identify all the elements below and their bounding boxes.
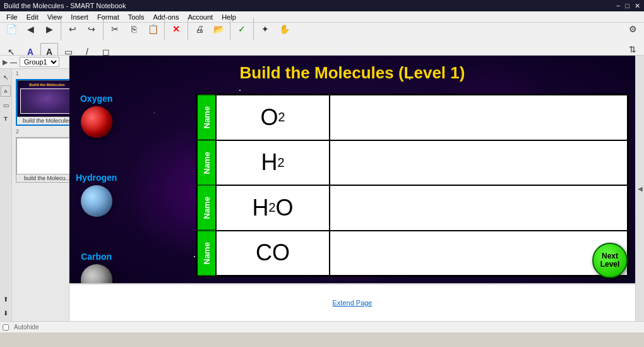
tool-shapes[interactable]: ▭ bbox=[0, 99, 11, 111]
toolbar-hand[interactable]: ✋ bbox=[275, 20, 293, 38]
group-dropdown[interactable]: Group1 bbox=[20, 57, 59, 67]
slide-content: Build the Molecules (Level 1) Oxygen Hyd… bbox=[69, 56, 635, 283]
title-bar: Build the Molecules - SMART Notebook − □… bbox=[0, 0, 644, 11]
below-canvas: Extend Page bbox=[69, 283, 635, 321]
sidebar-header: ▶ — Group1 bbox=[0, 56, 69, 69]
answer-cell-4[interactable] bbox=[330, 231, 628, 276]
autohide-checkbox[interactable] bbox=[3, 324, 9, 331]
toolbar-delete[interactable]: ✕ bbox=[167, 20, 185, 38]
slide-title: Build the Molecules (Level 1) bbox=[69, 63, 635, 83]
formula-cell-h2o: H2O bbox=[216, 185, 330, 231]
tool-text[interactable]: T bbox=[0, 113, 11, 125]
minus-icon[interactable]: — bbox=[10, 58, 17, 66]
formula-cell-h2: H2 bbox=[216, 140, 330, 186]
answer-cell-2[interactable] bbox=[330, 140, 628, 186]
element-panel: Oxygen Hydrogen Carbon bbox=[76, 94, 117, 283]
window-controls: − □ ✕ bbox=[616, 2, 640, 10]
element-carbon: Carbon bbox=[76, 252, 117, 283]
carbon-label: Carbon bbox=[76, 252, 117, 262]
canvas-area: Build the Molecules (Level 1) Oxygen Hyd… bbox=[69, 56, 635, 321]
toolbar-print[interactable]: 🖨 bbox=[191, 20, 208, 38]
close-button[interactable]: ✕ bbox=[635, 2, 640, 10]
toolbar-back[interactable]: ◀ bbox=[21, 20, 39, 38]
carbon-sphere[interactable] bbox=[81, 264, 112, 283]
table-grid: Name O2 Name H2 Name H2O Name CO bbox=[196, 94, 629, 277]
extend-page-link[interactable]: Extend Page bbox=[333, 299, 373, 307]
molecule-table: Name O2 Name H2 Name H2O Name CO bbox=[196, 94, 629, 277]
left-tools: ↖ A ▭ T ⬆ ⬇ bbox=[0, 69, 12, 321]
next-level-label: Next Level bbox=[593, 252, 626, 269]
name-cell-4: Name bbox=[197, 231, 216, 276]
formula-cell-co: CO bbox=[216, 231, 330, 276]
tool-arrow-up[interactable]: ⬆ bbox=[0, 293, 11, 305]
toolbar-paste[interactable]: 📋 bbox=[144, 20, 162, 38]
element-hydrogen: Hydrogen bbox=[76, 173, 117, 217]
main-layout: ▶ — Group1 ↖ A ▭ T ⬆ ⬇ 1 bbox=[0, 56, 644, 321]
toolbar-magic[interactable]: ✦ bbox=[256, 20, 274, 38]
next-level-button[interactable]: Next Level bbox=[592, 243, 628, 278]
maximize-button[interactable]: □ bbox=[625, 2, 629, 10]
toolbar: 📄 ◀ ▶ ↩ ↪ ✂ ⎘ 📋 ✕ 🖨 📂 ✓ ✦ ✋ ↖ A A ▭ bbox=[0, 23, 644, 56]
toolbar-copy[interactable]: ⎘ bbox=[125, 20, 143, 38]
hydrogen-label: Hydrogen bbox=[76, 173, 117, 183]
minimize-button[interactable]: − bbox=[616, 2, 620, 10]
toolbar-forward[interactable]: ▶ bbox=[40, 20, 58, 38]
toolbar-new[interactable]: 📄 bbox=[3, 20, 20, 38]
toolbar-cut[interactable]: ✂ bbox=[106, 20, 124, 38]
toolbar-check[interactable]: ✓ bbox=[233, 20, 251, 38]
right-expand-icon: ◀ bbox=[638, 185, 643, 192]
toolbar-undo[interactable]: ↩ bbox=[64, 20, 81, 38]
element-oxygen: Oxygen bbox=[76, 94, 117, 138]
thumb-canvas-2 bbox=[16, 138, 76, 174]
name-cell-3: Name bbox=[197, 185, 216, 231]
right-expand-panel[interactable]: ◀ bbox=[635, 56, 644, 321]
autohide-label: Autohide bbox=[14, 324, 39, 331]
slide-canvas: Build the Molecules (Level 1) Oxygen Hyd… bbox=[69, 56, 635, 283]
name-cell-1: Name bbox=[197, 95, 216, 140]
app-title: Build the Molecules - SMART Notebook bbox=[4, 2, 126, 9]
oxygen-label: Oxygen bbox=[76, 94, 117, 104]
settings-icon[interactable]: ⚙ bbox=[624, 20, 641, 38]
toolbar-settings: ⚙ ⇅ bbox=[624, 20, 641, 58]
bottom-bar: Autohide bbox=[0, 321, 644, 332]
thumb-canvas-1: Build the Molecules bbox=[17, 80, 77, 117]
answer-cell-1[interactable] bbox=[330, 95, 628, 140]
oxygen-sphere[interactable] bbox=[81, 106, 112, 138]
tool-arrow-down[interactable]: ⬇ bbox=[0, 307, 11, 319]
slide-thumb-2-label: build the Molecu... bbox=[16, 174, 78, 182]
formula-cell-o2: O2 bbox=[216, 95, 330, 140]
sidebar: ▶ — Group1 ↖ A ▭ T ⬆ ⬇ 1 bbox=[0, 56, 69, 321]
slide-thumb-1-label: build the Molecules bbox=[17, 117, 77, 125]
tool-select[interactable]: ↖ bbox=[0, 71, 11, 83]
toolbar-redo[interactable]: ↪ bbox=[83, 20, 100, 38]
hydrogen-sphere[interactable] bbox=[81, 185, 112, 217]
toolbar-open[interactable]: 📂 bbox=[210, 20, 227, 38]
tool-pen[interactable]: A bbox=[1, 85, 11, 97]
answer-cell-3[interactable] bbox=[330, 185, 628, 231]
collapse-icon[interactable]: ▶ bbox=[3, 58, 8, 66]
name-cell-2: Name bbox=[197, 140, 216, 186]
